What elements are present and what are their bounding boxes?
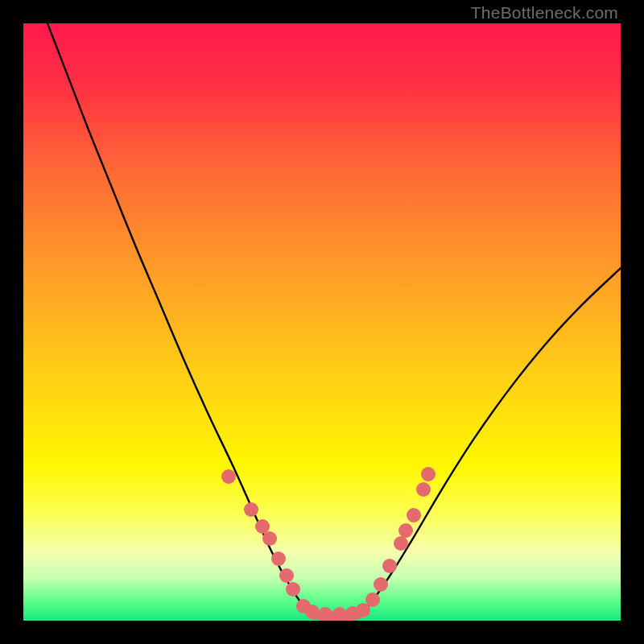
marker-dot — [374, 577, 388, 592]
curve-layer — [23, 23, 621, 621]
marker-dot — [398, 523, 413, 538]
marker-dot — [221, 469, 236, 484]
marker-dot — [416, 482, 431, 497]
marker-group — [221, 467, 436, 621]
marker-dot — [382, 559, 397, 573]
marker-dot — [305, 605, 320, 619]
marker-dot — [421, 467, 436, 481]
marker-dot — [365, 592, 380, 607]
marker-dot — [244, 502, 258, 517]
plot-area — [23, 23, 621, 621]
marker-dot — [255, 519, 270, 534]
chart-frame: TheBottleneck.com — [0, 0, 644, 644]
marker-dot — [262, 531, 277, 546]
marker-dot — [286, 582, 300, 597]
marker-dot — [394, 536, 408, 551]
marker-dot — [279, 568, 294, 583]
attribution-text: TheBottleneck.com — [471, 3, 618, 23]
marker-dot — [318, 607, 332, 621]
marker-dot — [407, 508, 421, 522]
marker-dot — [271, 551, 286, 566]
curve-left-branch — [47, 23, 316, 615]
marker-dot — [332, 607, 347, 621]
curve-right-branch — [357, 268, 621, 614]
